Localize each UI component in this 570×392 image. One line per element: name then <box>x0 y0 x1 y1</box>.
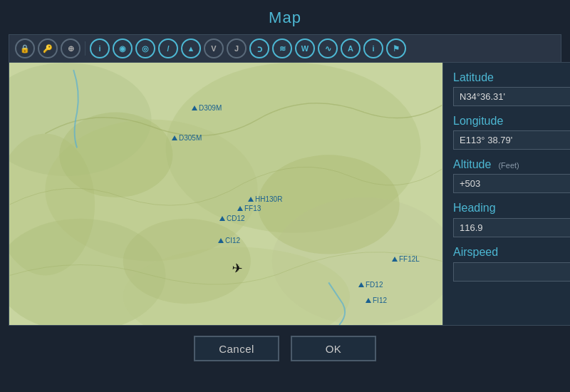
map-area[interactable]: D309M D305M HH130R FF13 CD12 CI12 FF12L … <box>9 62 443 326</box>
latitude-input[interactable] <box>453 87 570 106</box>
info2-button[interactable]: i <box>363 38 383 58</box>
airspeed-section: Airspeed + — <box>453 246 570 282</box>
marker-FD12: FD12 <box>358 281 383 289</box>
slash-button[interactable]: / <box>158 38 178 58</box>
eye-button[interactable]: ◎ <box>135 38 155 58</box>
heading-label: Heading <box>453 202 570 215</box>
longitude-input[interactable] <box>453 130 570 150</box>
heading-input[interactable] <box>453 218 570 237</box>
marker-FF13: FF13 <box>237 205 261 212</box>
c-button[interactable]: ↄ <box>249 38 269 58</box>
page-title: Map <box>0 0 570 34</box>
heading-section: Heading + — <box>453 202 570 237</box>
circle-button[interactable]: ◉ <box>113 38 133 58</box>
marker-D305M: D305M <box>172 134 202 142</box>
toolbar-separator-1 <box>85 41 86 56</box>
airspeed-label: Airspeed <box>453 246 570 259</box>
marker-CI12: CI12 <box>218 237 240 244</box>
j-button[interactable]: J <box>227 38 247 58</box>
latitude-section: Latitude <box>453 71 570 106</box>
altitude-label: Altitude <box>453 158 491 171</box>
triangle-button[interactable]: ▲ <box>181 38 201 58</box>
crosshair-button[interactable]: ⊕ <box>61 38 81 58</box>
altitude-unit: (Feet) <box>498 161 519 170</box>
marker-FF12L: FF12L <box>392 255 420 263</box>
content-row: D309M D305M HH130R FF13 CD12 CI12 FF12L … <box>9 62 561 326</box>
aircraft-marker: ✈ <box>231 260 243 277</box>
longitude-section: Longitude <box>453 115 570 150</box>
airspeed-input[interactable] <box>453 262 570 282</box>
longitude-label: Longitude <box>453 115 570 128</box>
a-button[interactable]: A <box>341 38 361 58</box>
w-button[interactable]: W <box>295 38 315 58</box>
marker-CD12: CD12 <box>219 215 245 222</box>
airspeed-controls: + — <box>453 262 570 282</box>
svg-point-8 <box>258 155 400 254</box>
marker-FI12: FI12 <box>366 296 387 304</box>
latitude-label: Latitude <box>453 71 570 84</box>
flag-button[interactable]: ⚑ <box>386 38 406 58</box>
r-button[interactable]: ≋ <box>272 38 292 58</box>
marker-HH130R: HH130R <box>248 195 282 203</box>
key-button[interactable]: 🔑 <box>38 38 58 58</box>
altitude-input[interactable] <box>453 174 570 193</box>
wave-button[interactable]: ∿ <box>318 38 338 58</box>
altitude-section: Altitude (Feet) <box>453 158 570 193</box>
marker-D309M: D309M <box>192 104 222 112</box>
heading-controls: + — <box>453 217 570 237</box>
v-button[interactable]: V <box>204 38 224 58</box>
map-toolbar: 🔒 🔑 ⊕ i ◉ ◎ / ▲ V J ↄ ≋ W ∿ A i ⚑ <box>9 34 561 62</box>
ok-button[interactable]: OK <box>291 336 376 361</box>
lock-button[interactable]: 🔒 <box>15 38 35 58</box>
info1-button[interactable]: i <box>90 38 110 58</box>
cancel-button[interactable]: Cancel <box>194 336 279 361</box>
bottom-bar: Cancel OK <box>0 326 570 368</box>
right-panel: Latitude Longitude Altitude (Feet) Headi… <box>443 62 570 326</box>
